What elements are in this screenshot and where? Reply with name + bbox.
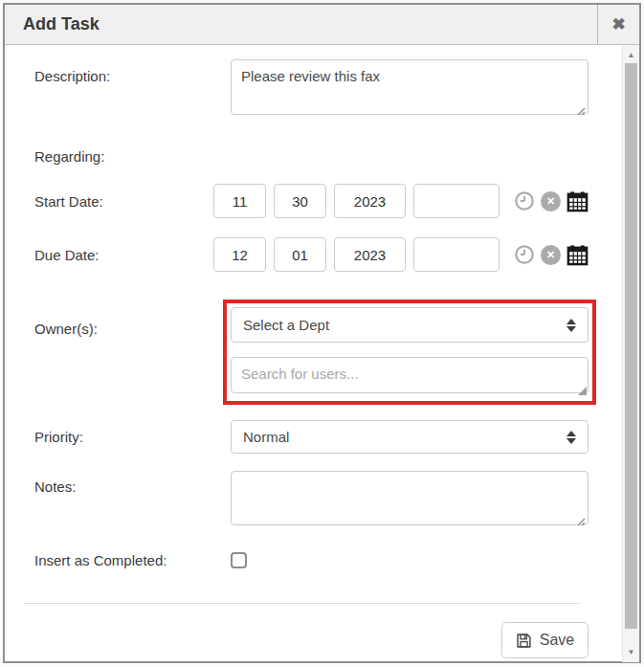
resize-handle-icon <box>576 517 586 526</box>
resize-handle-icon <box>576 106 586 116</box>
footer-divider <box>24 603 579 604</box>
clock-icon[interactable] <box>514 244 535 265</box>
calendar-icon[interactable] <box>566 244 588 266</box>
start-date-day-input[interactable] <box>274 184 326 218</box>
notes-label: Notes: <box>34 471 231 529</box>
description-textarea[interactable]: Please review this fax <box>231 59 588 115</box>
dialog-title: Add Task <box>5 14 597 34</box>
dept-select-value: Select a Dept <box>243 317 329 333</box>
regarding-value <box>231 148 588 165</box>
dialog-header: Add Task ✖ <box>5 5 639 45</box>
regarding-label: Regarding: <box>34 148 231 165</box>
save-button-label: Save <box>540 632 574 649</box>
start-date-time-input[interactable] <box>413 184 500 218</box>
notes-row: Notes: <box>34 471 588 529</box>
start-date-row: Start Date: ✕ <box>34 184 588 218</box>
description-label: Description: <box>34 59 231 119</box>
due-date-time-input[interactable] <box>413 237 500 272</box>
close-button[interactable]: ✖ <box>597 5 639 45</box>
due-date-row: Due Date: ✕ <box>34 237 588 272</box>
user-search-input[interactable] <box>231 357 588 393</box>
insert-completed-label: Insert as Completed: <box>34 552 231 568</box>
scroll-down-icon[interactable]: ▼ <box>623 644 639 659</box>
priority-select[interactable]: Normal <box>231 420 588 454</box>
scrollbar-thumb[interactable] <box>625 63 637 629</box>
floppy-disk-icon <box>516 633 532 649</box>
vertical-scrollbar[interactable]: ▲ ▼ <box>622 45 639 662</box>
close-icon: ✖ <box>611 14 625 34</box>
dept-select[interactable]: Select a Dept <box>231 307 588 343</box>
save-button[interactable]: Save <box>501 622 588 658</box>
clear-date-icon[interactable]: ✕ <box>541 245 561 265</box>
regarding-row: Regarding: <box>34 148 588 165</box>
caret-updown-icon <box>566 319 576 332</box>
add-task-dialog: Add Task ✖ Description: Please review th… <box>3 3 641 663</box>
priority-label: Priority: <box>34 429 231 445</box>
start-date-month-input[interactable] <box>213 184 266 218</box>
due-date-month-input[interactable] <box>213 237 266 272</box>
insert-completed-checkbox[interactable] <box>231 552 247 568</box>
due-date-label: Due Date: <box>34 247 213 263</box>
calendar-icon[interactable] <box>566 190 588 212</box>
owners-row: Owner(s): Select a Dept <box>34 300 588 405</box>
priority-select-value: Normal <box>243 429 289 445</box>
start-date-label: Start Date: <box>34 193 213 210</box>
start-date-year-input[interactable] <box>334 184 406 218</box>
resize-handle-icon <box>578 387 587 395</box>
insert-completed-row: Insert as Completed: <box>34 552 588 568</box>
scroll-up-icon[interactable]: ▲ <box>623 47 639 62</box>
owners-label: Owner(s): <box>34 300 231 405</box>
caret-updown-icon <box>566 431 576 444</box>
description-row: Description: Please review this fax <box>34 59 588 119</box>
clear-date-icon[interactable]: ✕ <box>541 191 561 211</box>
clock-icon[interactable] <box>514 190 535 211</box>
priority-row: Priority: Normal <box>34 420 588 454</box>
due-date-day-input[interactable] <box>274 237 326 272</box>
due-date-year-input[interactable] <box>334 237 406 272</box>
notes-textarea[interactable] <box>231 471 588 525</box>
dialog-body: Description: Please review this fax Rega… <box>5 45 639 662</box>
owners-highlight-box: Select a Dept <box>223 300 596 405</box>
dialog-footer: Save <box>34 622 588 658</box>
